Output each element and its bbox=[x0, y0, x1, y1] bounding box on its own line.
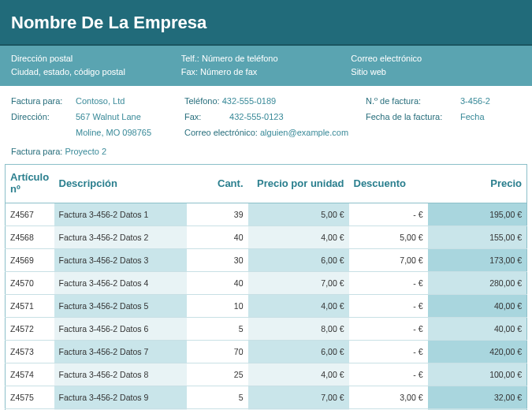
table-row: Z4569Factura 3-456-2 Datos 3306,00 €7,00… bbox=[6, 249, 527, 272]
cell-price: 173,00 € bbox=[428, 249, 527, 272]
cell-disc: - € bbox=[349, 363, 428, 386]
cell-item: Z4568 bbox=[6, 226, 54, 249]
company-website: Sitio web bbox=[351, 65, 521, 79]
cell-disc: - € bbox=[349, 318, 428, 341]
company-email: Correo electrónico bbox=[351, 52, 521, 65]
cell-disc: 3,00 € bbox=[349, 386, 428, 409]
cell-price: 420,00 € bbox=[428, 341, 527, 363]
cell-desc: Factura 3-456-2 Datos 5 bbox=[54, 295, 187, 318]
cell-price: 155,00 € bbox=[428, 226, 527, 249]
cell-unit: 7,00 € bbox=[248, 386, 349, 409]
cell-price: 100,00 € bbox=[428, 363, 527, 386]
invoice-no-label: N.º de factura: bbox=[366, 94, 460, 110]
cell-desc: Factura 3-456-2 Datos 2 bbox=[54, 226, 187, 249]
cell-disc: - € bbox=[349, 272, 428, 295]
bill-email-label: Correo electrónico: bbox=[184, 125, 258, 141]
bill-to-label: Factura para: bbox=[11, 94, 76, 110]
cell-desc: Factura 3-456-2 Datos 8 bbox=[54, 363, 187, 386]
table-row: Z4575Factura 3-456-2 Datos 957,00 €3,00 … bbox=[6, 386, 527, 409]
table-row: Z4571Factura 3-456-2 Datos 5104,00 €- €4… bbox=[6, 295, 527, 318]
company-title: Nombre De La Empresa bbox=[0, 0, 532, 46]
cell-disc: 7,00 € bbox=[349, 249, 428, 272]
cell-item: Z4571 bbox=[6, 295, 54, 318]
cell-unit: 4,00 € bbox=[248, 295, 349, 318]
bill-to-block: Factura para: Contoso, Ltd Dirección: 56… bbox=[0, 86, 532, 144]
bill-phone-value: 432-555-0189 bbox=[222, 96, 277, 106]
col-qty: Cant. bbox=[187, 165, 248, 203]
project-row: Factura para: Proyecto 2 bbox=[0, 144, 532, 164]
invoice-no-value: 3-456-2 bbox=[460, 94, 490, 110]
bill-address-line2: Moline, MO 098765 bbox=[76, 125, 151, 141]
table-row: Z4573Factura 3-456-2 Datos 7706,00 €- €4… bbox=[6, 341, 527, 363]
project-value: Proyecto 2 bbox=[65, 147, 106, 156]
cell-desc: Factura 3-456-2 Datos 3 bbox=[54, 249, 187, 272]
cell-unit: 6,00 € bbox=[248, 249, 349, 272]
cell-unit: 8,00 € bbox=[248, 318, 349, 341]
cell-item: Z4575 bbox=[6, 386, 54, 409]
invoice-date-value: Fecha bbox=[460, 110, 485, 125]
cell-item: Z4570 bbox=[6, 272, 54, 295]
col-desc: Descripción bbox=[54, 165, 187, 203]
cell-desc: Factura 3-456-2 Datos 9 bbox=[54, 386, 187, 409]
col-unit: Precio por unidad bbox=[248, 165, 349, 203]
table-row: Z4568Factura 3-456-2 Datos 2404,00 €5,00… bbox=[6, 226, 527, 249]
company-fax: Fax: Número de fax bbox=[181, 65, 352, 79]
company-address-line2: Ciudad, estado, código postal bbox=[11, 65, 181, 79]
cell-unit: 6,00 € bbox=[248, 341, 349, 363]
table-row: Z4570Factura 3-456-2 Datos 4407,00 €- €2… bbox=[6, 272, 527, 295]
cell-item: Z4569 bbox=[6, 249, 54, 272]
table-row: Z4572Factura 3-456-2 Datos 658,00 €- €40… bbox=[6, 318, 527, 341]
project-label: Factura para: bbox=[11, 147, 62, 156]
bill-phone-label: Teléfono: bbox=[184, 94, 220, 110]
cell-unit: 4,00 € bbox=[248, 226, 349, 249]
cell-unit: 5,00 € bbox=[248, 203, 349, 226]
cell-desc: Factura 3-456-2 Datos 6 bbox=[54, 318, 187, 341]
table-header-row: Artículo nº Descripción Cant. Precio por… bbox=[6, 165, 527, 203]
table-row: Z4567Factura 3-456-2 Datos 1395,00 €- €1… bbox=[6, 203, 527, 226]
cell-disc: 5,00 € bbox=[349, 226, 428, 249]
cell-unit: 4,00 € bbox=[248, 363, 349, 386]
bill-email-value: alguien@example.com bbox=[260, 128, 348, 137]
cell-disc: - € bbox=[349, 341, 428, 363]
company-phone: Telf.: Número de teléfono bbox=[181, 52, 352, 65]
bill-address-line1: 567 Walnut Lane bbox=[76, 110, 141, 125]
col-price: Precio bbox=[428, 165, 527, 203]
table-row: Z4574Factura 3-456-2 Datos 8254,00 €- €1… bbox=[6, 363, 527, 386]
cell-qty: 10 bbox=[187, 295, 248, 318]
cell-unit: 7,00 € bbox=[248, 272, 349, 295]
bill-address-label: Dirección: bbox=[11, 110, 76, 125]
cell-item: Z4567 bbox=[6, 203, 54, 226]
cell-price: 40,00 € bbox=[428, 295, 527, 318]
cell-qty: 70 bbox=[187, 341, 248, 363]
cell-desc: Factura 3-456-2 Datos 4 bbox=[54, 272, 187, 295]
cell-item: Z4574 bbox=[6, 363, 54, 386]
invoice-date-label: Fecha de la factura: bbox=[366, 110, 460, 125]
bill-fax-value: 432-555-0123 bbox=[229, 112, 284, 121]
bill-fax-label: Fax: bbox=[184, 110, 227, 125]
cell-price: 280,00 € bbox=[428, 272, 527, 295]
cell-desc: Factura 3-456-2 Datos 7 bbox=[54, 341, 187, 363]
cell-item: Z4572 bbox=[6, 318, 54, 341]
company-address-line1: Dirección postal bbox=[11, 52, 181, 65]
cell-qty: 39 bbox=[187, 203, 248, 226]
company-info-bar: Dirección postal Ciudad, estado, código … bbox=[0, 46, 532, 86]
cell-item: Z4573 bbox=[6, 341, 54, 363]
cell-disc: - € bbox=[349, 203, 428, 226]
cell-disc: - € bbox=[349, 295, 428, 318]
col-disc: Descuento bbox=[349, 165, 428, 203]
bill-to-value: Contoso, Ltd bbox=[76, 94, 125, 110]
cell-qty: 5 bbox=[187, 318, 248, 341]
cell-qty: 40 bbox=[187, 272, 248, 295]
cell-price: 195,00 € bbox=[428, 203, 527, 226]
cell-qty: 25 bbox=[187, 363, 248, 386]
cell-desc: Factura 3-456-2 Datos 1 bbox=[54, 203, 187, 226]
cell-qty: 30 bbox=[187, 249, 248, 272]
cell-price: 32,00 € bbox=[428, 386, 527, 409]
col-item: Artículo nº bbox=[6, 165, 54, 203]
invoice-table: Artículo nº Descripción Cant. Precio por… bbox=[5, 164, 527, 410]
cell-price: 40,00 € bbox=[428, 318, 527, 341]
cell-qty: 5 bbox=[187, 386, 248, 409]
cell-qty: 40 bbox=[187, 226, 248, 249]
